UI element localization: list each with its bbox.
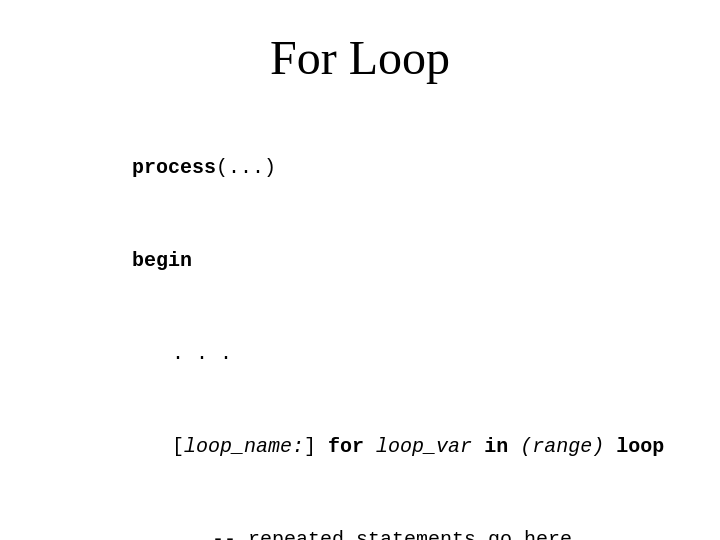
range-label: (range) xyxy=(520,435,604,458)
for-keyword: for xyxy=(328,435,364,458)
loop-keyword: loop xyxy=(616,435,664,458)
code-line-3: . . . xyxy=(60,307,660,400)
space4 xyxy=(604,435,616,458)
begin-keyword: begin xyxy=(132,249,192,272)
loop-name-label: loop_name: xyxy=(184,435,304,458)
ellipsis-1: . . . xyxy=(172,342,232,365)
loop-var-label: loop_var xyxy=(376,435,472,458)
code-line-2: begin xyxy=(60,214,660,307)
process-keyword: process xyxy=(132,156,216,179)
loop-name-bracket-close: ] xyxy=(304,435,328,458)
loop-name-bracket-open: [ xyxy=(172,435,184,458)
slide-title: For Loop xyxy=(60,30,660,85)
in-keyword: in xyxy=(484,435,508,458)
code-line-5: -- repeated statements go here xyxy=(60,493,660,540)
space2 xyxy=(472,435,484,458)
code-line-1: process(...) xyxy=(60,121,660,214)
space1 xyxy=(364,435,376,458)
code-block: process(...) begin . . . [loop_name:] fo… xyxy=(60,121,660,540)
code-line-4: [loop_name:] for loop_var in (range) loo… xyxy=(60,400,660,493)
space3 xyxy=(508,435,520,458)
process-args: (...) xyxy=(216,156,276,179)
comment-text: -- repeated statements go here xyxy=(212,528,572,540)
slide-container: For Loop process(...) begin . . . [loop_… xyxy=(0,0,720,540)
